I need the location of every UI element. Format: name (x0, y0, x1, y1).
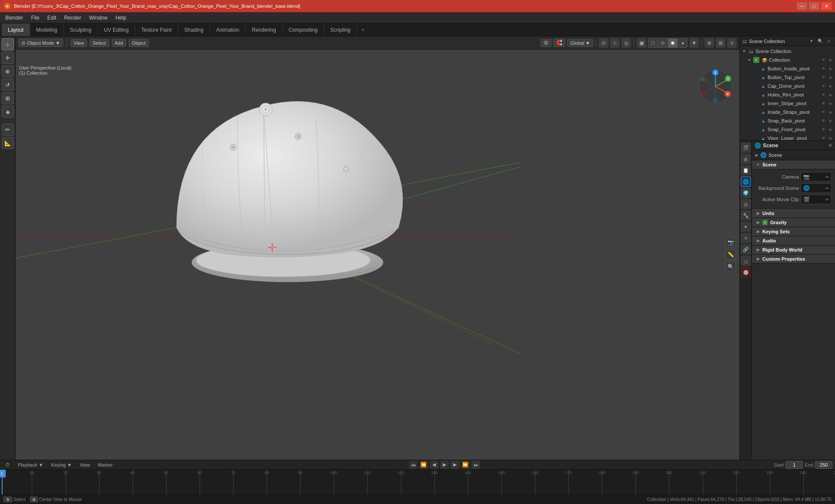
tab-texture-paint[interactable]: Texture Paint (135, 23, 178, 36)
proportional-size-btn[interactable]: ◎ (621, 38, 631, 48)
prop-render-btn[interactable]: 🎬 (741, 143, 751, 153)
shading-render-btn[interactable]: ● (678, 38, 688, 48)
menu-window[interactable]: Window (86, 14, 111, 22)
tab-animation[interactable]: Animation (210, 23, 246, 36)
pivot-point-btn[interactable]: ⊙ (599, 38, 608, 48)
viewport-object-menu[interactable]: Object (129, 39, 149, 47)
item-eye-1[interactable]: 👁 (820, 74, 826, 80)
menu-file[interactable]: File (27, 14, 43, 22)
overlay-toggle-btn[interactable]: ⊞ (716, 38, 725, 48)
item-sel-4[interactable]: ◈ (827, 100, 833, 106)
prop-object-btn[interactable]: ◎ (741, 199, 751, 209)
tl-play-btn[interactable]: ▶ (440, 461, 449, 469)
shading-material-btn[interactable]: ◉ (668, 38, 678, 48)
camera-view-btn[interactable]: 📷 (725, 237, 736, 248)
audio-section-header[interactable]: ▶ Audio (752, 236, 835, 245)
item-eye-7[interactable]: 👁 (820, 126, 826, 133)
outliner-item-button_inside_pivot[interactable]: ▲ Button_Inside_pivot 👁 ◈ (740, 64, 835, 73)
tl-keying-btn[interactable]: Keying ▼ (49, 462, 75, 468)
item-eye-6[interactable]: 👁 (820, 118, 826, 124)
tl-prev-keyframe-btn[interactable]: ⏪ (419, 461, 428, 469)
tl-playback-btn[interactable]: Playback ▼ (15, 462, 46, 468)
tl-jump-end-btn[interactable]: ⏭ (471, 461, 480, 469)
mode-selector[interactable]: ◎ Object Mode ▼ (18, 39, 63, 47)
outliner-item-inner_stripe_pivot[interactable]: ▲ Inner_Stripe_pivot 👁 ◈ (740, 99, 835, 108)
outliner-filter-btn[interactable]: ▼ (808, 38, 815, 45)
viewport-menu-btn[interactable]: ≡ (727, 38, 737, 48)
outliner-item-inside_straps_pivot[interactable]: ▲ Inside_Straps_pivot 👁 ◈ (740, 108, 835, 116)
item-eye-4[interactable]: 👁 (820, 100, 826, 106)
select-tool-button[interactable]: ⊹ (2, 38, 14, 50)
magnify-btn[interactable]: 🔍 (725, 262, 736, 272)
snap-btn[interactable]: 🧲 (553, 39, 565, 47)
prop-world-btn[interactable]: 🌍 (741, 188, 751, 198)
outliner-sort-btn[interactable]: ≡ (825, 38, 832, 45)
cursor-tool-button[interactable]: ✛ (2, 52, 14, 64)
close-button[interactable]: ✕ (821, 2, 832, 10)
outliner-item-collection[interactable]: ▼ ✓ 📦 Collection 👁 ◈ (740, 56, 835, 64)
item-sel-3[interactable]: ◈ (827, 92, 833, 98)
viewport-add-menu[interactable]: Add (112, 39, 127, 47)
prop-physics-btn[interactable]: ⚛ (741, 233, 751, 243)
viewport-canvas[interactable]: Z X Y User Perspective (Local) (1) Colle… (16, 50, 739, 460)
menu-edit[interactable]: Edit (44, 14, 60, 22)
add-workspace-button[interactable]: + (357, 23, 369, 36)
collection-select-icon[interactable]: ◈ (827, 57, 833, 63)
item-sel-8[interactable]: ◈ (827, 135, 833, 141)
item-sel-0[interactable]: ◈ (827, 66, 833, 72)
viewport-view-menu[interactable]: View (70, 39, 87, 47)
prop-scene-btn[interactable]: 🌐 (741, 176, 751, 187)
collection-checkbox[interactable]: ✓ (753, 57, 759, 63)
shading-wireframe-btn[interactable]: ◻ (648, 38, 658, 48)
scale-tool-button[interactable]: ⊞ (2, 92, 14, 104)
item-sel-5[interactable]: ◈ (827, 109, 833, 115)
move-tool-button[interactable]: ⊕ (2, 65, 14, 77)
viewport-select-menu[interactable]: Select (90, 39, 109, 47)
outliner-search-btn[interactable]: 🔍 (817, 38, 824, 45)
outliner-item-holes_rim_pivot[interactable]: ▲ Holes_Rim_pivot 👁 ◈ (740, 90, 835, 99)
minimize-button[interactable]: ─ (797, 2, 807, 10)
gizmo-toggle-btn[interactable]: ⊕ (705, 38, 714, 48)
tl-marker-btn[interactable]: Marker (95, 462, 115, 468)
menu-blender[interactable]: Blender (2, 14, 27, 22)
tl-end-input[interactable] (815, 461, 832, 469)
outliner-item-snap_front_pivot[interactable]: ▲ Snap_Front_pivot 👁 ◈ (740, 125, 835, 134)
menu-help[interactable]: Help (112, 14, 130, 22)
tl-start-input[interactable] (785, 461, 803, 469)
scene-section-header[interactable]: ▼ Scene (752, 160, 835, 169)
viewport[interactable]: ◎ Object Mode ▼ View Select Add Object ⦿… (16, 36, 739, 460)
item-eye-8[interactable]: 👁 (820, 135, 826, 141)
tab-layout[interactable]: Layout (2, 23, 30, 36)
active-movie-clip-value[interactable]: 🎬 ✏ (801, 195, 832, 204)
tl-icon-btn[interactable]: ⏱ (3, 462, 13, 468)
custom-properties-header[interactable]: ▶ Custom Properties (752, 255, 835, 264)
prop-data-btn[interactable]: △ (741, 255, 751, 266)
gravity-section-header[interactable]: ▶ ✓ Gravity (752, 218, 835, 227)
tab-uv-editing[interactable]: UV Editing (98, 23, 135, 36)
outliner-item-cap_dome_pivot[interactable]: ▲ Cap_Dome_pivot 👁 ◈ (740, 82, 835, 90)
rigid-body-world-header[interactable]: ▶ Rigid Body World (752, 245, 835, 255)
affect-pivot-btn[interactable]: ⊹ (610, 38, 620, 48)
collection-eye-icon[interactable]: 👁 (820, 57, 826, 63)
tl-view-btn[interactable]: View (77, 462, 93, 468)
units-section-header[interactable]: ▶ Units (752, 209, 835, 218)
item-eye-2[interactable]: 👁 (820, 83, 826, 89)
item-sel-2[interactable]: ◈ (827, 83, 833, 89)
tl-next-frame-btn[interactable]: ▶ (451, 461, 459, 469)
tl-prev-frame-btn[interactable]: ◀ (430, 461, 438, 469)
timeline-body[interactable]: 1102030405060708090100110120130140150160… (0, 470, 835, 494)
navigation-gizmo[interactable]: Z X Y (696, 67, 735, 106)
prop-particles-btn[interactable]: ✦ (741, 222, 751, 232)
background-scene-value[interactable]: 🌐 ✏ (801, 183, 832, 193)
camera-value[interactable]: 📷 ✏ (801, 172, 832, 182)
tab-rendering[interactable]: Rendering (246, 23, 282, 36)
transform-tool-button[interactable]: ◈ (2, 106, 14, 118)
tab-compositing[interactable]: Compositing (283, 23, 324, 36)
tl-next-keyframe-btn[interactable]: ⏩ (461, 461, 470, 469)
tab-sculpting[interactable]: Sculpting (64, 23, 98, 36)
menu-render[interactable]: Render (60, 14, 84, 22)
tab-scripting[interactable]: Scripting (324, 23, 357, 36)
scene-expand-arrow[interactable]: ▶ (755, 153, 758, 157)
outliner-item-snap_back_pivot[interactable]: ▲ Snap_Back_pivot 👁 ◈ (740, 116, 835, 125)
shading-solid-btn[interactable]: ◎ (658, 38, 668, 48)
